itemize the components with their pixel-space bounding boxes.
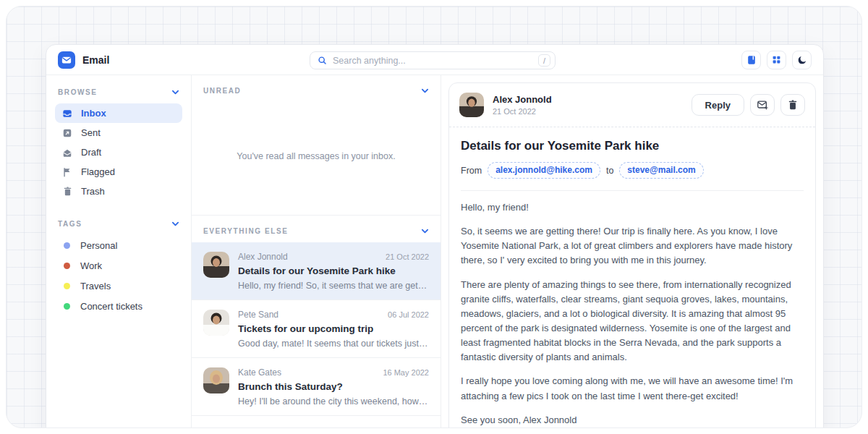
tag-label: Personal [80,240,117,251]
email-app-window: Email / [46,44,824,428]
unread-collapse-chevron-icon[interactable] [421,87,429,95]
avatar [203,367,229,393]
email-preview: Good day, mate! It seems that our ticket… [238,339,429,349]
tag-label: Concert tickets [80,301,142,312]
email-preview: Hey! I'll be around the city this weeken… [238,396,429,407]
tag-label: Travels [80,281,111,292]
sidebar-item-sent[interactable]: Sent [55,123,182,142]
email-detail-card: Alex Jonnold 21 Oct 2022 Reply [448,82,816,428]
email-body: Hello, my friend! So, it seems we are ge… [461,200,804,427]
apps-grid-button[interactable] [767,51,786,69]
avatar [459,93,484,117]
avatar [203,310,229,336]
to-label: to [606,166,613,176]
sidebar-item-label: Draft [81,147,101,158]
tag-item-work[interactable]: Work [55,255,182,276]
flag-icon [62,167,72,177]
sidebar-item-flagged[interactable]: Flagged [55,162,182,182]
email-detail-pane: Alex Jonnold 21 Oct 2022 Reply [441,75,823,428]
app-header: Email / [46,45,823,75]
draft-icon [62,148,72,158]
search-bar[interactable]: / [310,51,556,69]
sidebar-item-label: Inbox [81,108,106,119]
browse-section-label: BROWSE [58,88,98,96]
email-subject: Brunch this Saturday? [238,381,429,392]
tag-item-concert-tickets[interactable]: Concert tickets [55,296,182,316]
email-date: 06 Jul 2022 [388,310,429,319]
email-subject: Details for our Yosemite Park hike [238,265,429,276]
sidebar-item-label: Sent [81,127,101,138]
tag-color-dot [64,303,70,310]
dark-mode-toggle[interactable] [792,51,812,69]
tag-item-travels[interactable]: Travels [55,276,182,296]
trash-icon [62,187,72,196]
email-paragraph: So, it seems we are getting there! Our t… [461,224,804,268]
envelope-plus-icon [757,99,768,111]
address-book-button[interactable] [741,51,761,69]
forward-mail-button[interactable] [750,94,775,116]
email-subject: Tickets for our upcoming trip [238,323,429,334]
tag-color-dot [64,263,70,269]
email-date: 16 May 2022 [383,368,429,377]
unread-section-label: UNREAD [203,87,241,95]
app-title: Email [82,54,109,66]
from-email-chip[interactable]: alex.jonnold@hike.com [488,162,600,179]
email-logo-icon [58,51,75,69]
detail-subject: Details for our Yosemite Park hike [461,139,804,153]
sidebar-item-label: Flagged [81,166,115,177]
grid-background: Email / [6,6,862,428]
email-preview: Hello, my friend! So, it seems that we a… [238,281,429,291]
tag-item-personal[interactable]: Personal [55,235,182,255]
email-list-item-kate[interactable]: Kate Gates 16 May 2022 Brunch this Satur… [192,358,441,416]
search-shortcut-key: / [538,54,550,67]
email-list-item-alex[interactable]: Alex Jonnold 21 Oct 2022 Details for our… [192,242,441,300]
email-paragraph: See you soon, Alex Jonnold [461,413,804,427]
sent-icon [62,128,72,138]
sidebar: BROWSE Inbox Sent [46,75,191,428]
email-date: 21 Oct 2022 [386,252,429,261]
email-paragraph: Hello, my friend! [461,200,804,215]
unread-empty-message: You've read all messages in your inbox. [237,151,395,161]
email-sender: Pete Sand [238,310,278,320]
email-list-item-pete[interactable]: Pete Sand 06 Jul 2022 Tickets for our up… [192,300,441,358]
to-email-chip[interactable]: steve@mail.com [619,162,703,179]
avatar [203,252,229,278]
tags-collapse-chevron-icon[interactable] [171,220,179,228]
everything-else-collapse-chevron-icon[interactable] [421,227,429,235]
sidebar-item-trash[interactable]: Trash [55,182,182,201]
email-sender: Alex Jonnold [238,252,288,262]
tags-section-label: TAGS [58,220,82,228]
email-paragraph: There are plenty of amazing things to se… [461,278,804,365]
detail-sender-name: Alex Jonnold [493,94,552,105]
detail-date: 21 Oct 2022 [493,107,552,116]
sidebar-item-draft[interactable]: Draft [55,142,182,162]
browse-collapse-chevron-icon[interactable] [171,88,179,96]
from-label: From [461,166,482,176]
tag-label: Work [80,260,102,271]
tag-color-dot [64,242,70,249]
message-list-column: UNREAD You've read all messages in your … [191,75,441,428]
trash-icon [788,100,798,110]
reply-button[interactable]: Reply [692,94,744,116]
email-sender: Kate Gates [238,367,281,378]
sidebar-item-label: Trash [81,186,105,197]
email-paragraph: I really hope you love coming along with… [461,374,804,403]
delete-mail-button[interactable] [780,94,805,116]
tag-color-dot [64,283,70,289]
sidebar-item-inbox[interactable]: Inbox [55,103,182,123]
everything-else-section-label: EVERYTHING ELSE [203,227,289,235]
search-icon [318,56,327,65]
search-input[interactable] [333,56,532,66]
inbox-icon [62,109,72,119]
